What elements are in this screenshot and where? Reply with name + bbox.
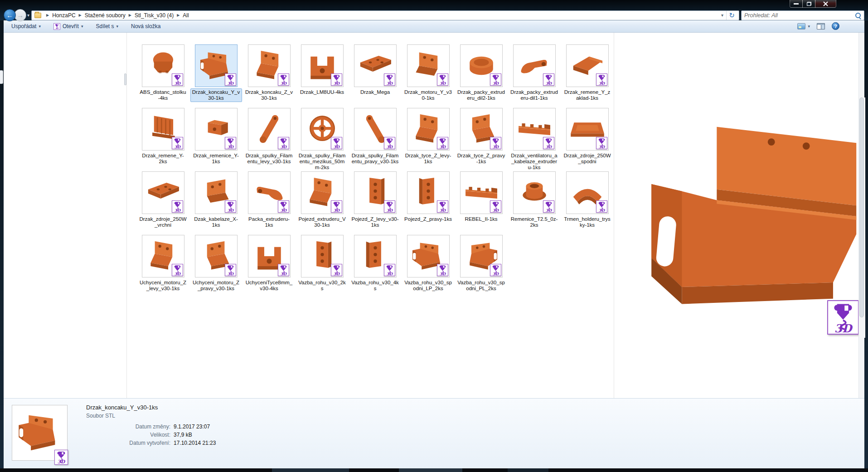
- file-name: Uchyceni_motoru_Z_levy_v30-1ks: [137, 279, 189, 292]
- file-item[interactable]: Vazba_rohu_v30_2ks: [296, 235, 349, 298]
- file-item[interactable]: Drzak_spulky_Filamentu_levy_v30-1ks: [242, 108, 296, 171]
- file-thumbnail: [142, 108, 184, 151]
- stl-3d-badge-icon: [490, 73, 501, 86]
- file-item[interactable]: Drzak_spulky_Filamentu_mezikus_50mm-2ks: [296, 108, 349, 171]
- back-button[interactable]: ←: [4, 9, 16, 21]
- file-item[interactable]: ABS_distanc_stolku-4ks: [136, 44, 189, 108]
- file-item[interactable]: Drzak_tyce_Z_levy-1ks: [402, 108, 455, 171]
- file-name: Drzak_zdroje_250W_vrchni: [137, 215, 189, 229]
- file-item[interactable]: Pojezd_extruderu_V30-1ks: [296, 171, 349, 235]
- restore-button[interactable]: [802, 0, 815, 8]
- file-thumbnail: [513, 44, 556, 87]
- file-item[interactable]: Vazba_rohu_v30_spodni_PL_2ks: [455, 235, 508, 298]
- scrollbar-thumb[interactable]: [859, 97, 864, 317]
- file-item[interactable]: UchyceniTyce8mm_v30-4ks: [242, 235, 296, 298]
- pane-splitter-handle[interactable]: [124, 73, 126, 85]
- window-controls: [790, 0, 836, 8]
- breadcrumb-item[interactable]: All: [183, 12, 189, 19]
- file-item[interactable]: Drzak_packy_extruderu-dil1-1ks: [508, 44, 561, 108]
- stl-3d-badge-icon: [278, 137, 289, 149]
- stl-3d-badge-icon: [331, 73, 342, 86]
- minimize-button[interactable]: [790, 0, 803, 8]
- stl-preview-image: [624, 97, 865, 338]
- file-item[interactable]: Packa_extruderu-1ks: [242, 171, 296, 235]
- file-item[interactable]: Pojezd_Z_levy_v30-1ks: [349, 171, 402, 235]
- chevron-down-icon: ▾: [808, 24, 810, 29]
- change-view-button[interactable]: ▾: [797, 23, 810, 29]
- back-icon: ←: [6, 11, 13, 19]
- file-item[interactable]: Drzak_remenice_Y-1ks: [189, 108, 242, 171]
- help-button[interactable]: ?: [832, 22, 839, 30]
- stl-3d-badge-icon: [225, 264, 236, 276]
- file-item[interactable]: Uchyceni_motoru_Z_levy_v30-1ks: [136, 235, 189, 298]
- stl-3d-badge-icon: [437, 264, 448, 276]
- address-breadcrumb-box[interactable]: ▶ HonzaPC ▶ Stažené soubory ▶ Stl_Tisk_v…: [31, 10, 739, 20]
- chevron-right-icon: ▶: [46, 13, 49, 17]
- toolbar-button[interactable]: Uspořádat ▾: [7, 22, 45, 31]
- file-name: Drzak_zdroje_250W_spodni: [562, 152, 613, 165]
- breadcrumb-item[interactable]: Stažené soubory: [85, 12, 126, 19]
- file-item[interactable]: Drzak_ventilatoru_a_kabelaze_extruderu-1…: [508, 108, 561, 171]
- file-thumbnail: [195, 108, 238, 151]
- file-item[interactable]: Vazba_rohu_v30_spodni_LP_2ks: [402, 235, 455, 298]
- file-item[interactable]: Uchyceni_motoru_Z_pravy_v30-1ks: [189, 235, 242, 298]
- search-box[interactable]: [741, 10, 864, 20]
- file-item[interactable]: Drzak_spulky_Filamentu_pravy_v30-1ks: [349, 108, 402, 171]
- stl-3d-badge-icon: [827, 300, 859, 335]
- refresh-button[interactable]: ↻: [726, 11, 737, 20]
- file-item[interactable]: Remenice_T2.5_0z-2ks: [508, 171, 561, 235]
- chevron-down-icon: ▾: [39, 24, 41, 29]
- file-item[interactable]: Drzak_remene_Y-2ks: [136, 108, 189, 171]
- breadcrumb-item[interactable]: HonzaPC: [52, 12, 75, 19]
- file-name: Vazba_rohu_v30_spodni_PL_2ks: [456, 279, 507, 292]
- file-item[interactable]: Drzak_packy_extruderu_dil2-1ks: [455, 44, 508, 108]
- file-thumbnail: [301, 44, 344, 87]
- file-name: Drzak_motoru_Y_v30-1ks: [402, 88, 454, 102]
- file-item[interactable]: Drzak_koncaku_Y_v30-1ks: [189, 44, 242, 108]
- toolbar-button[interactable]: Sdílet s ▾: [92, 22, 122, 31]
- stl-3d-badge-icon: [543, 137, 554, 149]
- file-thumbnail: [142, 235, 184, 277]
- file-item[interactable]: Drzak_remene_Y_zaklad-1ks: [561, 44, 614, 108]
- stl-3d-badge-icon: [384, 264, 395, 276]
- breadcrumb-item[interactable]: Stl_Tisk_v30 (4): [135, 12, 174, 19]
- preview-pane-toggle-button[interactable]: [817, 23, 825, 29]
- stl-3d-badge-icon: [172, 73, 183, 86]
- file-thumbnail: [301, 108, 344, 151]
- chevron-right-icon: ▶: [129, 13, 131, 17]
- file-item[interactable]: Trmen_holderu_trysky-1ks: [561, 171, 614, 235]
- file-thumbnail: [460, 171, 503, 214]
- file-item[interactable]: REBEL_II-1ks: [455, 171, 508, 235]
- collapsed-pane-tab[interactable]: [0, 70, 3, 84]
- command-toolbar: Uspořádat ▾ Otevřít ▾ Sdílet s ▾: [4, 20, 864, 33]
- vertical-scrollbar[interactable]: [858, 33, 864, 398]
- file-item[interactable]: Drzak_motoru_Y_v30-1ks: [402, 44, 455, 108]
- forward-button[interactable]: →: [14, 9, 26, 21]
- file-name: Vazba_rohu_v30_2ks: [296, 279, 348, 292]
- file-item[interactable]: Pojezd_Z_pravy-1ks: [402, 171, 455, 235]
- file-thumbnail: [407, 235, 450, 277]
- file-item[interactable]: Drzak_tyce_Z_pravy-1ks: [455, 108, 508, 171]
- file-item[interactable]: Drzak_Mega: [349, 44, 402, 108]
- minimize-icon: [794, 3, 799, 5]
- file-item[interactable]: Drzak_zdroje_250W_spodni: [561, 108, 614, 171]
- toolbar-button[interactable]: Nová složka: [127, 22, 167, 31]
- forward-icon: →: [17, 11, 24, 19]
- file-item[interactable]: Dzak_kabelaze_X-1ks: [189, 171, 242, 235]
- file-name: Drzak_remene_Y_zaklad-1ks: [562, 88, 613, 102]
- file-item[interactable]: Drzak_koncaku_Z_v30-1ks: [242, 44, 296, 108]
- search-input[interactable]: [744, 12, 855, 19]
- chevron-down-icon: ▾: [116, 24, 118, 29]
- file-item[interactable]: Vazba_rohu_v30_4ks: [349, 235, 402, 298]
- file-item[interactable]: Drzak_zdroje_250W_vrchni: [136, 171, 189, 235]
- address-dropdown-icon[interactable]: ▾: [718, 13, 726, 18]
- recent-pages-dropdown[interactable]: ▾: [27, 13, 29, 18]
- file-name: Packa_extruderu-1ks: [243, 215, 295, 229]
- toolbar-button-label: Uspořádat: [11, 23, 36, 29]
- toolbar-button[interactable]: Otevřít ▾: [49, 22, 87, 31]
- file-item[interactable]: Drzak_LM8UU-4ks: [296, 44, 349, 108]
- file-thumbnail: [142, 44, 184, 87]
- close-button[interactable]: [815, 0, 836, 8]
- taskbar-edge[interactable]: [0, 468, 868, 472]
- file-name: Drzak_spulky_Filamentu_pravy_v30-1ks: [349, 152, 401, 165]
